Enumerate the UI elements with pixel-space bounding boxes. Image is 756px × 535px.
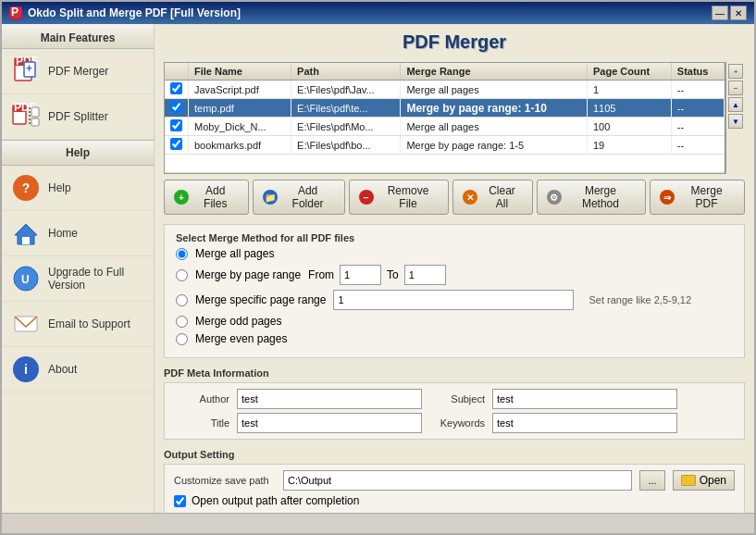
remove-file-button[interactable]: − Remove File <box>349 180 450 215</box>
output-section-container: Output Setting Customize save path ... O… <box>164 449 745 513</box>
add-files-label: Add Files <box>192 184 239 210</box>
sidebar-item-pdf-splitter[interactable]: PDF PDF Splitter <box>2 94 154 140</box>
col-status: Status <box>671 63 724 81</box>
radio-all-pages[interactable] <box>176 248 188 260</box>
open-button[interactable]: Open <box>673 470 735 491</box>
col-path: Path <box>291 63 401 81</box>
col-filename: File Name <box>189 63 291 81</box>
remove-file-label: Remove File <box>378 184 440 210</box>
sidebar-item-email[interactable]: Email to Support <box>2 302 154 347</box>
row-path-1: E:\Files\pdf\Jav... <box>291 81 401 99</box>
row-checkbox-3[interactable] <box>170 119 182 131</box>
row-merge-1: Merge all pages <box>401 81 588 99</box>
from-input[interactable] <box>340 265 381 285</box>
specific-range-input[interactable] <box>333 290 574 310</box>
row-status-2: -- <box>671 99 724 118</box>
row-path-3: E:\Files\pdf\Mo... <box>291 118 401 136</box>
file-table-container: File Name Path Merge Range Page Count St… <box>164 62 725 174</box>
radio-even-pages-row: Merge even pages <box>176 332 733 345</box>
row-checkbox-4[interactable] <box>170 138 182 150</box>
svg-rect-12 <box>31 118 39 126</box>
output-path-input[interactable] <box>283 470 632 491</box>
table-row[interactable]: bookmarks.pdf E:\Files\pdf\bo... Merge b… <box>165 136 725 155</box>
radio-odd-pages-row: Merge odd pages <box>176 315 733 328</box>
merge-method-section: Select Merge Method for all PDF files Me… <box>164 224 745 358</box>
keywords-input[interactable] <box>492 413 677 433</box>
panel-title: PDF Merger <box>164 31 745 53</box>
pdf-merger-label: PDF Merger <box>48 65 108 78</box>
row-filename-4: bookmarks.pdf <box>189 136 291 155</box>
to-input[interactable] <box>404 265 446 285</box>
meta-grid: Author Subject Title Keywords <box>174 389 735 433</box>
radio-page-range[interactable] <box>176 269 188 281</box>
row-filename-3: Moby_Dick_N... <box>189 118 291 136</box>
table-scroll-buttons: + − ▲ ▼ <box>725 62 745 174</box>
radio-specific-range-row: Merge specific page range Set range like… <box>176 290 733 310</box>
add-folder-label: Add Folder <box>281 184 335 210</box>
remove-file-icon: − <box>359 190 374 205</box>
radio-all-pages-label: Merge all pages <box>195 247 274 260</box>
completion-checkbox[interactable] <box>174 495 186 507</box>
help-icon: ? <box>11 173 41 203</box>
radio-odd-pages[interactable] <box>176 316 188 328</box>
title-input[interactable] <box>237 413 422 433</box>
file-table-wrapper: File Name Path Merge Range Page Count St… <box>164 62 745 174</box>
down-scroll-btn[interactable]: ▼ <box>728 114 743 129</box>
col-page-count: Page Count <box>587 63 671 81</box>
row-status-3: -- <box>671 118 724 136</box>
clear-all-button[interactable]: ✕ Clear All <box>452 180 532 215</box>
add-folder-button[interactable]: 📁 Add Folder <box>253 180 345 215</box>
sidebar: Main Features PDF + PDF Merger <box>2 24 155 513</box>
output-section: Customize save path ... Open Open output… <box>164 464 745 513</box>
merge-pdf-button[interactable]: ⇒ Merge PDF <box>650 180 745 215</box>
row-count-4: 19 <box>587 136 671 155</box>
sidebar-item-upgrade[interactable]: U Upgrade to Full Version <box>2 256 154 302</box>
remove-scroll-btn[interactable]: − <box>728 81 743 95</box>
radio-specific-range-label: Merge specific page range <box>195 293 326 306</box>
merge-method-button[interactable]: ⚙ Merge Method <box>537 180 647 215</box>
table-row[interactable]: Moby_Dick_N... E:\Files\pdf\Mo... Merge … <box>165 118 725 136</box>
add-files-button[interactable]: + Add Files <box>164 180 249 215</box>
sidebar-item-home[interactable]: Home <box>2 211 154 256</box>
sidebar-item-help[interactable]: ? Help <box>2 166 154 211</box>
radio-specific-range[interactable] <box>176 294 188 306</box>
upgrade-icon: U <box>11 264 41 293</box>
row-path-2: E:\Files\pdf\te... <box>291 99 401 118</box>
range-hint: Set range like 2,5-9,12 <box>589 294 691 305</box>
radio-even-pages[interactable] <box>176 333 188 345</box>
pdf-merger-icon: PDF + <box>11 56 41 86</box>
pdf-splitter-label: PDF Splitter <box>48 110 108 123</box>
open-label: Open <box>700 474 726 487</box>
browse-button[interactable]: ... <box>639 470 664 491</box>
titlebar-left: P Okdo Split and Merge PDF [Full Version… <box>9 6 241 19</box>
main-content: Main Features PDF + PDF Merger <box>2 24 754 513</box>
row-filename-1: JavaScript.pdf <box>189 81 291 99</box>
row-count-1: 1 <box>587 81 671 99</box>
row-checkbox-1[interactable] <box>170 82 182 94</box>
row-merge-4: Merge by page range: 1-5 <box>401 136 588 155</box>
up-scroll-btn[interactable]: ▲ <box>728 97 743 112</box>
email-icon <box>11 309 41 339</box>
merge-method-label: Merge Method <box>565 184 637 210</box>
close-button[interactable]: ✕ <box>730 6 747 20</box>
completion-row: Open output path after completion <box>174 494 735 507</box>
table-row[interactable]: temp.pdf E:\Files\pdf\te... Merge by pag… <box>165 99 725 118</box>
pdf-splitter-icon: PDF <box>11 102 41 131</box>
sidebar-item-about[interactable]: i About <box>2 347 154 392</box>
author-input[interactable] <box>237 389 422 409</box>
meta-section-label: PDF Meta Information <box>164 367 745 379</box>
keywords-label: Keywords <box>429 417 485 429</box>
table-row[interactable]: JavaScript.pdf E:\Files\pdf\Jav... Merge… <box>165 81 725 99</box>
add-scroll-btn[interactable]: + <box>728 64 743 79</box>
main-window: P Okdo Split and Merge PDF [Full Version… <box>0 0 756 535</box>
about-icon: i <box>11 355 41 384</box>
minimize-button[interactable]: — <box>712 6 728 20</box>
file-table: File Name Path Merge Range Page Count St… <box>165 63 725 173</box>
sidebar-item-pdf-merger[interactable]: PDF + PDF Merger <box>2 49 154 94</box>
row-checkbox-2[interactable] <box>170 101 182 113</box>
svg-rect-11 <box>31 107 39 117</box>
subject-input[interactable] <box>492 389 677 409</box>
email-label: Email to Support <box>48 317 130 330</box>
radio-page-range-label: Merge by page range <box>195 268 301 281</box>
row-status-1: -- <box>671 81 724 99</box>
